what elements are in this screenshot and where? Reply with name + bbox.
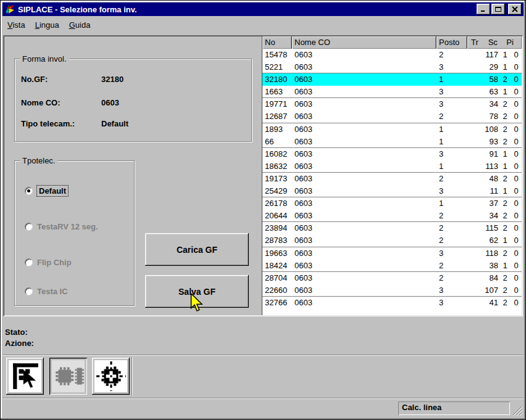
radio-label: TestaRV 12 seg. (37, 222, 98, 231)
cell-no: 1663 (262, 86, 292, 98)
cell-pi: 0 (511, 210, 522, 222)
table-row[interactable]: 26178060313720 (262, 197, 522, 210)
column-header-posto[interactable]: Posto (436, 36, 467, 49)
cell-tr: 107 (467, 284, 499, 297)
cell-sc: 2 (499, 247, 511, 260)
cell-nome-co: 0603 (292, 284, 436, 297)
cell-posto: 1 (436, 73, 467, 86)
cell-sc: 2 (499, 284, 511, 297)
app-window: SIPLACE - Selezione forma inv. VistaLing… (0, 0, 526, 420)
table-row[interactable]: 28783060326210 (262, 234, 522, 247)
radio-circle-icon[interactable] (25, 187, 33, 195)
cell-pi: 0 (511, 86, 522, 98)
table-row[interactable]: 32766060334120 (262, 297, 522, 309)
carica-gf-button[interactable]: Carica GF (145, 233, 249, 266)
cell-sc: 2 (499, 272, 511, 284)
column-header-no[interactable]: No (262, 36, 292, 49)
column-header-pi: Pi (506, 38, 514, 47)
menu-guida[interactable]: Guida (64, 19, 96, 31)
cell-no: 32180 (262, 73, 292, 86)
table-row[interactable]: 28704060328420 (262, 272, 522, 284)
cell-no: 19771 (262, 98, 292, 110)
table-row[interactable]: 16082060339110 (262, 148, 522, 160)
cell-nome-co: 0603 (292, 210, 436, 222)
table-row[interactable]: 18424060323810 (262, 260, 522, 272)
cell-nome-co: 0603 (292, 136, 436, 148)
table-row[interactable]: 154780603211710 (262, 49, 522, 61)
close-icon[interactable] (508, 4, 522, 15)
cell-sc: 2 (499, 98, 511, 110)
toolbar (2, 355, 524, 398)
table-row[interactable]: 196630603311820 (262, 247, 522, 260)
column-header-nome-co[interactable]: Nome CO (292, 36, 436, 49)
window-title: SIPLACE - Selezione forma inv. (18, 5, 477, 14)
cell-pi: 0 (511, 148, 522, 160)
cell-no: 28783 (262, 234, 292, 247)
radio-testarv-12-seg-: TestaRV 12 seg. (25, 221, 98, 231)
component-chips-icon (52, 360, 85, 392)
cell-tr: 84 (467, 272, 499, 284)
resize-grip-icon[interactable] (512, 405, 522, 416)
table-row[interactable]: 20644060323420 (262, 210, 522, 222)
cell-nome-co: 0603 (292, 160, 436, 173)
table-body: 1547806032117105221060332910321800603158… (262, 49, 522, 309)
cell-posto: 2 (436, 222, 467, 234)
cell-posto: 2 (436, 173, 467, 185)
cell-nome-co: 0603 (292, 185, 436, 197)
table-row[interactable]: 226600603310720 (262, 284, 522, 297)
menu-lingua[interactable]: Lingua (30, 19, 64, 31)
salva-gf-button[interactable]: Salva GF (145, 275, 249, 308)
cell-nome-co: 0603 (292, 234, 436, 247)
maximize-icon[interactable] (491, 4, 505, 15)
cell-sc: 1 (499, 160, 511, 173)
tpotelec-group: Tpotelec. DefaultTestaRV 12 seg.Flip Chi… (14, 160, 135, 306)
cell-no: 32766 (262, 297, 292, 309)
cell-sc: 2 (499, 110, 511, 123)
nome-co-label: Nome CO: (21, 98, 61, 107)
table-row[interactable]: 186320603111310 (262, 160, 522, 173)
cell-sc: 2 (499, 173, 511, 185)
table-row[interactable]: 66060319320 (262, 136, 522, 148)
cell-tr: 78 (467, 110, 499, 123)
component-centering-button[interactable] (92, 358, 130, 395)
component-view-button[interactable] (49, 358, 87, 395)
cell-tr: 115 (467, 222, 499, 234)
cell-pi: 0 (511, 136, 522, 148)
cell-pi: 0 (511, 284, 522, 297)
minimize-icon[interactable] (477, 4, 490, 15)
cell-posto: 1 (436, 136, 467, 148)
table-row[interactable]: 25429060331110 (262, 185, 522, 197)
cell-sc: 2 (499, 136, 511, 148)
column-header-sc: Sc (488, 38, 504, 47)
cell-posto: 2 (436, 49, 467, 61)
cell-no: 16082 (262, 148, 292, 160)
table-row[interactable]: 1663060336310 (262, 86, 522, 98)
radio-circle-icon (25, 287, 33, 295)
table-row[interactable]: 12687060327820 (262, 110, 522, 123)
table-row[interactable]: 19771060333420 (262, 98, 522, 110)
forma-invol-title: Forma invol. (20, 54, 69, 64)
cell-sc: 1 (499, 260, 511, 272)
cell-no: 23894 (262, 222, 292, 234)
cell-tr: 34 (467, 98, 499, 110)
title-bar[interactable]: SIPLACE - Selezione forma inv. (2, 2, 524, 16)
table-row-selected[interactable]: 32180060315820 (262, 73, 522, 86)
column-header-tr-sc-pi[interactable]: Tr Sc Pi (467, 36, 522, 49)
table-row[interactable]: 18930603110820 (262, 123, 522, 136)
cell-posto: 3 (436, 247, 467, 260)
table-row[interactable]: 238940603211520 (262, 222, 522, 234)
select-tool-button[interactable] (6, 358, 44, 395)
table-row[interactable]: 19173060324820 (262, 173, 522, 185)
table-row[interactable]: 5221060332910 (262, 61, 522, 73)
main-panel: Forma invol. No.GF: 32180 Nome CO: 0603 … (3, 35, 523, 316)
cell-nome-co: 0603 (292, 98, 436, 110)
menu-vista[interactable]: Vista (2, 19, 30, 31)
cell-tr: 117 (467, 49, 499, 61)
cell-no: 5221 (262, 61, 292, 73)
cell-pi: 0 (511, 49, 522, 61)
cell-nome-co: 0603 (292, 272, 436, 284)
radio-default[interactable]: Default (25, 186, 68, 196)
cell-pi: 0 (511, 98, 522, 110)
cell-nome-co: 0603 (292, 222, 436, 234)
cell-nome-co: 0603 (292, 110, 436, 123)
